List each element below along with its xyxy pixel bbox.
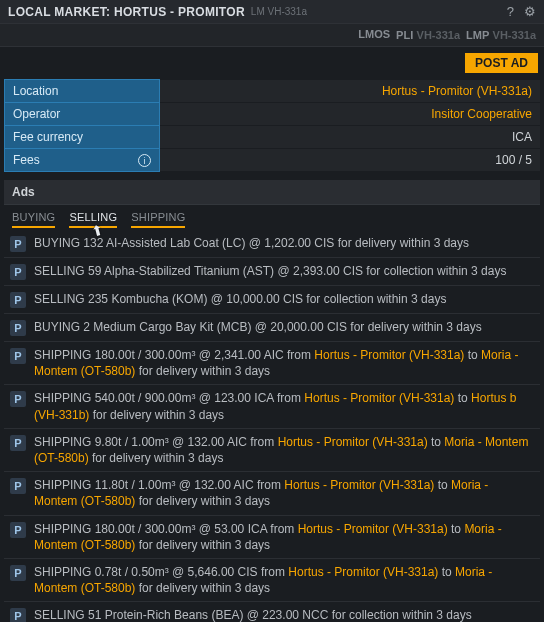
ad-badge: P bbox=[10, 320, 26, 336]
info-fees-key: Fees i bbox=[5, 149, 160, 172]
ad-from-link[interactable]: Hortus - Promitor (VH-331a) bbox=[304, 391, 454, 405]
ad-text: SHIPPING 0.78t / 0.50m³ @ 5,646.00 CIS f… bbox=[34, 564, 534, 596]
info-operator-value[interactable]: Insitor Cooperative bbox=[431, 107, 532, 121]
ad-row[interactable]: PSHIPPING 0.78t / 0.50m³ @ 5,646.00 CIS … bbox=[4, 559, 540, 602]
window-subtitle: LM VH-331a bbox=[251, 6, 307, 17]
ad-badge: P bbox=[10, 435, 26, 451]
ad-text: SHIPPING 540.00t / 900.00m³ @ 123.00 ICA… bbox=[34, 390, 534, 422]
ad-badge: P bbox=[10, 608, 26, 622]
info-feecurrency-value: ICA bbox=[160, 126, 541, 149]
help-icon[interactable]: ? bbox=[507, 4, 514, 19]
ad-text: BUYING 132 AI-Assisted Lab Coat (LC) @ 1… bbox=[34, 235, 469, 251]
ads-tabs: BUYING SELLING SHIPPING ⬆ bbox=[4, 205, 540, 230]
ad-text: SHIPPING 11.80t / 1.00m³ @ 132.00 AIC fr… bbox=[34, 477, 534, 509]
info-location-value[interactable]: Hortus - Promitor (VH-331a) bbox=[382, 84, 532, 98]
ad-row[interactable]: PSHIPPING 180.00t / 300.00m³ @ 53.00 ICA… bbox=[4, 516, 540, 559]
info-fees-value: 100 / 5 bbox=[160, 149, 541, 172]
ad-badge: P bbox=[10, 478, 26, 494]
ad-text: SHIPPING 9.80t / 1.00m³ @ 132.00 AIC fro… bbox=[34, 434, 534, 466]
ad-row[interactable]: PSELLING 51 Protein-Rich Beans (BEA) @ 2… bbox=[4, 602, 540, 622]
ad-row[interactable]: PBUYING 2 Medium Cargo Bay Kit (MCB) @ 2… bbox=[4, 314, 540, 342]
info-location-key: Location bbox=[5, 80, 160, 103]
ad-row[interactable]: PSELLING 235 Kombucha (KOM) @ 10,000.00 … bbox=[4, 286, 540, 314]
ad-row[interactable]: PSHIPPING 540.00t / 900.00m³ @ 123.00 IC… bbox=[4, 385, 540, 428]
ad-text: SHIPPING 180.00t / 300.00m³ @ 2,341.00 A… bbox=[34, 347, 534, 379]
titlebar: LOCAL MARKET: HORTUS - PROMITOR LM VH-33… bbox=[0, 0, 544, 24]
ad-from-link[interactable]: Hortus - Promitor (VH-331a) bbox=[298, 522, 448, 536]
ad-badge: P bbox=[10, 348, 26, 364]
ad-from-link[interactable]: Hortus - Promitor (VH-331a) bbox=[284, 478, 434, 492]
ad-from-link[interactable]: Hortus - Promitor (VH-331a) bbox=[278, 435, 428, 449]
ad-from-link[interactable]: Hortus - Promitor (VH-331a) bbox=[314, 348, 464, 362]
ad-badge: P bbox=[10, 292, 26, 308]
ad-list: PBUYING 132 AI-Assisted Lab Coat (LC) @ … bbox=[4, 230, 540, 622]
ad-row[interactable]: PSHIPPING 180.00t / 300.00m³ @ 2,341.00 … bbox=[4, 342, 540, 385]
gear-icon[interactable]: ⚙ bbox=[524, 4, 536, 19]
ad-badge: P bbox=[10, 236, 26, 252]
ad-badge: P bbox=[10, 565, 26, 581]
cmd-pli-arg: VH-331a bbox=[417, 29, 460, 41]
ad-badge: P bbox=[10, 391, 26, 407]
command-row: LMOS PLI VH-331a LMP VH-331a bbox=[0, 24, 544, 47]
window-title: LOCAL MARKET: HORTUS - PROMITOR bbox=[8, 5, 245, 19]
tab-shipping[interactable]: SHIPPING bbox=[131, 211, 185, 228]
ad-badge: P bbox=[10, 522, 26, 538]
tab-buying[interactable]: BUYING bbox=[12, 211, 55, 228]
ad-row[interactable]: PSELLING 59 Alpha-Stabilized Titanium (A… bbox=[4, 258, 540, 286]
ads-header: Ads bbox=[4, 180, 540, 205]
ad-text: SHIPPING 180.00t / 300.00m³ @ 53.00 ICA … bbox=[34, 521, 534, 553]
ad-text: BUYING 2 Medium Cargo Bay Kit (MCB) @ 20… bbox=[34, 319, 482, 335]
ad-from-link[interactable]: Hortus - Promitor (VH-331a) bbox=[288, 565, 438, 579]
post-ad-button[interactable]: POST AD bbox=[465, 53, 538, 73]
ad-badge: P bbox=[10, 264, 26, 280]
info-icon[interactable]: i bbox=[138, 154, 151, 167]
info-table: Location Hortus - Promitor (VH-331a) Ope… bbox=[4, 79, 540, 172]
cmd-pli[interactable]: PLI bbox=[396, 29, 413, 41]
cmd-lmp[interactable]: LMP bbox=[466, 29, 489, 41]
ad-row[interactable]: PSHIPPING 11.80t / 1.00m³ @ 132.00 AIC f… bbox=[4, 472, 540, 515]
ad-text: SELLING 59 Alpha-Stabilized Titanium (AS… bbox=[34, 263, 506, 279]
ad-row[interactable]: PSHIPPING 9.80t / 1.00m³ @ 132.00 AIC fr… bbox=[4, 429, 540, 472]
ad-text: SELLING 51 Protein-Rich Beans (BEA) @ 22… bbox=[34, 607, 472, 622]
tab-selling[interactable]: SELLING bbox=[69, 211, 117, 228]
info-feecurrency-key: Fee currency bbox=[5, 126, 160, 149]
ad-row[interactable]: PBUYING 132 AI-Assisted Lab Coat (LC) @ … bbox=[4, 230, 540, 258]
ad-text: SELLING 235 Kombucha (KOM) @ 10,000.00 C… bbox=[34, 291, 446, 307]
info-operator-key: Operator bbox=[5, 103, 160, 126]
cmd-lmos[interactable]: LMOS bbox=[358, 28, 390, 42]
cmd-lmp-arg: VH-331a bbox=[493, 29, 536, 41]
